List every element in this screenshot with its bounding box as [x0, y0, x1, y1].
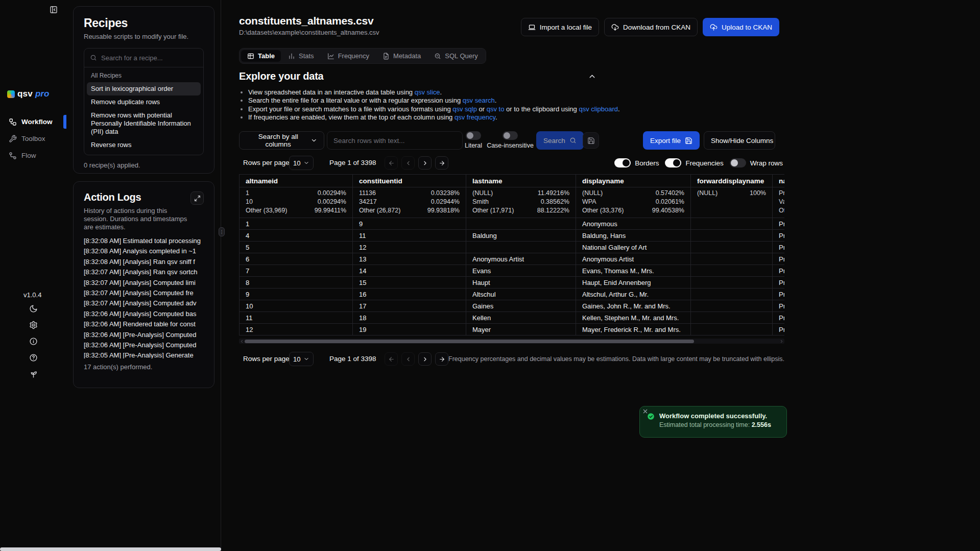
left-panel-horizontal-scrollbar[interactable] — [0, 547, 221, 551]
rows-per-page-select[interactable]: 10 — [289, 156, 314, 170]
table-cell: 5 — [240, 242, 353, 253]
table-cell: 12 — [353, 242, 466, 253]
table-row[interactable]: 411BaldungBaldung, HansPre — [240, 230, 785, 242]
tab-stats[interactable]: Stats — [282, 50, 320, 62]
log-entry: [8:32:07 AM] [Analysis] Ran qsv sortch — [84, 267, 204, 277]
column-header-nan[interactable]: nan — [773, 175, 785, 187]
frequencies-toggle[interactable] — [665, 158, 681, 167]
qsv-link-qsv-sqlp[interactable]: qsv sqlp — [452, 105, 477, 113]
scroll-left-icon[interactable] — [240, 339, 244, 344]
first-page-button[interactable] — [385, 352, 398, 366]
table-row[interactable]: 512National Gallery of ArtPre — [240, 242, 785, 253]
sidebar-item-flow[interactable]: Flow — [0, 147, 66, 164]
table-row[interactable]: 613Anonymous ArtistAnonymous ArtistPre — [240, 253, 785, 265]
search-button[interactable]: Search — [536, 131, 584, 150]
table-row[interactable]: 1017GainesGaines, John R., Mr. and Mrs.P… — [240, 300, 785, 312]
dark-mode-button[interactable] — [29, 304, 38, 313]
last-page-button[interactable] — [435, 156, 448, 170]
log-entry: [8:32:06 AM] [Analysis] Computed bas — [84, 309, 204, 319]
sidebar-item-toolbox[interactable]: Toolbox — [0, 130, 66, 147]
download-from-ckan-button[interactable]: Download from CKAN — [604, 18, 698, 36]
column-filter-select[interactable]: Search by all columns — [239, 131, 324, 150]
seedling-button[interactable] — [29, 370, 38, 378]
table-row[interactable]: 1118KellenKellen, Stephen M., Mr. and Mr… — [240, 312, 785, 324]
qsv-link-qsv-frequency[interactable]: qsv frequency — [455, 113, 495, 121]
recipe-item[interactable]: Reverse rows — [87, 138, 201, 152]
help-button[interactable] — [29, 353, 38, 362]
workflow-icon — [9, 118, 17, 126]
table-horizontal-scrollbar[interactable] — [239, 339, 784, 344]
borders-toggle[interactable] — [614, 158, 631, 167]
column-header-lastname[interactable]: lastname — [466, 175, 576, 187]
previous-page-button[interactable] — [401, 156, 415, 170]
log-entry: [8:32:05 AM] [Pre-Analysis] Generate — [84, 350, 204, 358]
collapse-sidebar-button[interactable] — [50, 6, 58, 14]
column-header-constituentid[interactable]: constituentid — [353, 175, 466, 187]
save-search-button[interactable] — [583, 132, 599, 149]
table-cell: Haupt, Enid Annenberg — [576, 277, 691, 289]
view-tabs: TableStatsFrequencyMetadataSQL Query — [239, 48, 486, 64]
table-row[interactable]: 1219MayerMayer, Frederick R., Mr. and Mr… — [240, 324, 785, 336]
tab-frequency[interactable]: Frequency — [321, 50, 375, 62]
column-header-forwarddisplayname[interactable]: forwarddisplayname — [691, 175, 773, 187]
arrow-right-icon — [439, 356, 445, 363]
table-row[interactable]: 714EvansEvans, Thomas M., Mrs.Pre — [240, 265, 785, 277]
collapse-explore-button[interactable] — [588, 72, 596, 81]
table-search-input[interactable] — [327, 131, 463, 150]
save-icon — [685, 137, 692, 145]
search-icon — [90, 54, 97, 61]
sidebar-item-workflow[interactable]: Workflow — [0, 113, 66, 130]
next-page-button[interactable] — [418, 156, 432, 170]
table-row[interactable]: 19AnonymousPre — [240, 218, 785, 230]
tab-table[interactable]: Table — [241, 50, 281, 62]
qsv-link-qsv-search[interactable]: qsv search — [463, 97, 495, 104]
log-list[interactable]: [8:32:08 AM] Estimated total processing[… — [84, 236, 204, 358]
db-search-icon — [434, 53, 441, 60]
tab-sql-query[interactable]: SQL Query — [428, 50, 484, 62]
qsv-link-qsv-clipboard[interactable]: qsv clipboard — [579, 105, 618, 113]
info-button[interactable] — [29, 337, 38, 346]
qsv-link-qsv-to[interactable]: qsv to — [487, 105, 505, 113]
column-header-altnameid[interactable]: altnameid — [240, 175, 353, 187]
recipe-item[interactable]: Sort in lexicographical order — [87, 82, 201, 95]
import-a-local-file-button[interactable]: Import a local file — [521, 18, 599, 36]
recipe-item[interactable]: Remove duplicate rows — [87, 95, 201, 109]
scrollbar-thumb[interactable] — [245, 340, 694, 343]
wrap-rows-toggle[interactable] — [730, 158, 746, 167]
upload-to-ckan-button[interactable]: Upload to CKAN — [703, 18, 779, 36]
first-page-button[interactable] — [385, 156, 398, 170]
main-content: constituents_altnames.csv D:\datasets\ex… — [229, 0, 796, 551]
recipe-search-input[interactable] — [101, 54, 198, 62]
panel-resize-handle[interactable] — [219, 227, 225, 236]
show-hide-columns-button[interactable]: Show/Hide Columns — [704, 131, 775, 150]
sidebar-item-label: Workflow — [21, 118, 53, 126]
qsv-logo-icon — [7, 90, 15, 98]
table-cell: Pre — [773, 289, 785, 300]
export-file-button[interactable]: Export file — [643, 131, 700, 150]
next-page-button[interactable] — [418, 352, 432, 366]
frequency-cell: (NULL)0.57402%WPA0.02061%Other (33,376)9… — [576, 187, 691, 218]
rows-per-page-select[interactable]: 10 — [289, 352, 314, 366]
qsv-link-qsv-slice[interactable]: qsv slice — [415, 88, 440, 96]
case-insensitive-toggle-group: Case-insensitive — [488, 131, 533, 149]
table-row[interactable]: 916AltschulAltschul, Arthur G., Mr.Pre — [240, 289, 785, 300]
recipe-item[interactable]: Remove rows with potential Personally Id… — [87, 109, 201, 138]
tab-metadata[interactable]: Metadata — [376, 50, 427, 62]
scroll-right-icon[interactable] — [779, 339, 784, 344]
table-cell: Pre — [773, 242, 785, 253]
previous-page-button[interactable] — [401, 352, 415, 366]
case-insensitive-toggle[interactable] — [503, 131, 518, 140]
expand-logs-button[interactable] — [190, 191, 204, 205]
table-row[interactable]: 815HauptHaupt, Enid AnnenbergPre — [240, 277, 785, 289]
column-header-displayname[interactable]: displayname — [576, 175, 691, 187]
table-cell: 9 — [353, 218, 466, 230]
toast-close-button[interactable] — [642, 408, 649, 415]
literal-toggle[interactable] — [466, 131, 481, 140]
actions-performed-count: 17 action(s) performed. — [84, 363, 204, 371]
app-version: v1.0.4 — [23, 291, 41, 299]
chevron-left-icon — [405, 160, 412, 166]
settings-button[interactable] — [29, 321, 38, 329]
table-cell: Anonymous Artist — [466, 253, 576, 265]
last-page-button[interactable] — [435, 352, 448, 366]
page-info: Page 1 of 3398 — [329, 355, 376, 363]
